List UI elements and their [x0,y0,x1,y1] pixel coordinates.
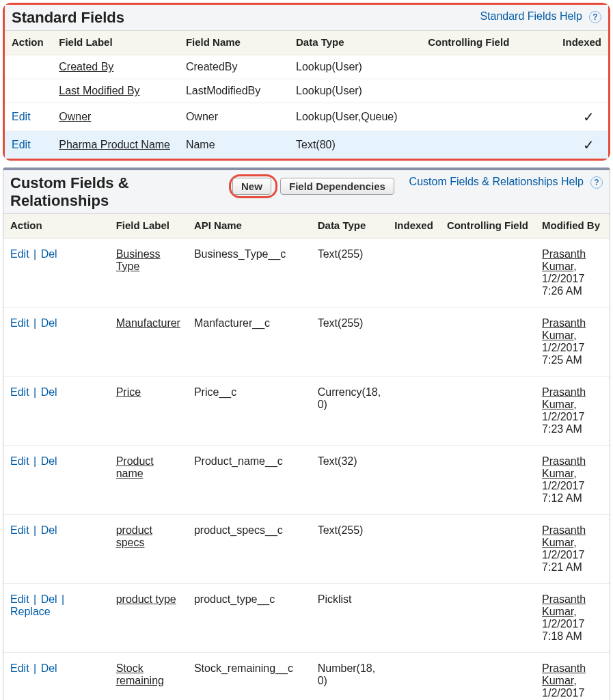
edit-link[interactable]: Edit [12,139,31,150]
modified-by-link[interactable]: Prasanth Kumar [542,455,586,479]
separator: | [29,455,41,467]
modified-by-link[interactable]: Prasanth Kumar [542,593,586,617]
data-type: Text(255) [311,307,387,376]
custom-fields-table: ActionField LabelAPI NameData TypeIndexe… [3,214,610,700]
help-icon[interactable]: ? [589,11,601,23]
del-link[interactable]: Del [41,662,57,674]
replace-link[interactable]: Replace [10,606,51,617]
data-type: Currency(18, 0) [311,376,387,445]
standard-fields-header: Standard Fields Standard Fields Help ? [5,5,608,31]
api-name: product_specs__c [187,514,311,583]
api-name: Stock_remaining__c [187,652,311,700]
modified-at: 1/2/2017 7:26 AM [542,273,584,297]
modified-at: 1/2/2017 7:23 AM [542,411,584,435]
api-name: product_type__c [187,583,311,652]
separator: | [29,248,41,260]
field-name: CreatedBy [179,55,289,79]
check-icon: ✓ [583,109,595,124]
table-row: Edit | DelBusiness TypeBusiness_Type__cT… [3,238,610,307]
controlling-field [440,307,535,376]
field-name: LastModifiedBy [179,79,289,103]
indexed [387,238,440,307]
custom-fields-help-link[interactable]: Custom Fields & Relationships Help [409,176,584,187]
del-link[interactable]: Del [41,455,57,467]
column-header: Modified By [535,214,610,239]
del-link[interactable]: Del [41,386,57,398]
column-header: Action [3,214,109,239]
column-header: Indexed [549,31,608,55]
field-label-link[interactable]: Stock remaining [116,662,164,686]
column-header: Field Label [52,31,179,55]
modified-by-link[interactable]: Prasanth Kumar [542,386,586,410]
data-type: Number(18, 0) [311,652,387,700]
data-type: Picklist [311,583,387,652]
del-link[interactable]: Del [41,248,57,260]
field-label-link[interactable]: Owner [59,111,91,122]
del-link[interactable]: Del [41,317,57,329]
standard-fields-help-link[interactable]: Standard Fields Help [480,10,582,22]
data-type: Text(255) [311,514,387,583]
field-label-link[interactable]: Pharma Product Name [59,139,170,150]
edit-link[interactable]: Edit [10,248,29,260]
edit-link[interactable]: Edit [10,386,29,398]
custom-fields-buttons: New Field Dependencies [215,174,409,198]
modified-by-link[interactable]: Prasanth Kumar [542,317,586,341]
edit-link[interactable]: Edit [10,593,29,605]
column-header: Field Name [179,31,289,55]
separator: | [29,662,41,674]
separator: | [29,524,41,536]
modified-by-link[interactable]: Prasanth Kumar [542,248,586,272]
api-name: Business_Type__c [187,238,311,307]
field-label-link[interactable]: Product name [116,455,154,479]
edit-link[interactable]: Edit [10,524,29,536]
field-label-link[interactable]: Manufacturer [116,317,180,329]
custom-fields-title: Custom Fields & Relationships [10,174,215,209]
column-header: Action [5,31,52,55]
indexed [387,652,440,700]
modified-at: 1/2/2017 7:25 AM [542,342,584,366]
column-header: API Name [187,214,311,239]
api-name: Product_name__c [187,445,311,514]
check-icon: ✓ [583,137,595,152]
edit-link[interactable]: Edit [10,317,29,329]
new-button-highlight: New [229,174,277,198]
modified-at: 1/2/2017 7:18 AM [542,618,584,642]
controlling-field [440,514,535,583]
table-row: Edit | DelProduct nameProduct_name__cTex… [3,445,610,514]
new-button[interactable]: New [232,178,271,195]
edit-link[interactable]: Edit [10,455,29,467]
column-header: Controlling Field [440,214,535,239]
field-label-link[interactable]: Last Modified By [59,85,139,96]
field-label-link[interactable]: product specs [116,524,152,548]
table-row: Last Modified ByLastModifiedByLookup(Use… [5,79,608,103]
standard-fields-panel: Standard Fields Standard Fields Help ? A… [3,3,610,161]
del-link[interactable]: Del [41,593,57,605]
del-link[interactable]: Del [41,524,57,536]
column-header: Data Type [289,31,421,55]
data-type: Text(80) [289,131,421,159]
column-header: Indexed [387,214,440,239]
separator: | [29,386,41,398]
controlling-field [440,445,535,514]
field-label-link[interactable]: product type [116,593,176,605]
column-header: Controlling Field [421,31,549,55]
field-label-link[interactable]: Price [116,386,141,398]
help-icon[interactable]: ? [590,176,603,189]
field-label-link[interactable]: Created By [59,61,113,72]
edit-link[interactable]: Edit [10,662,29,674]
indexed [387,376,440,445]
data-type: Lookup(User) [289,79,421,103]
indexed [387,445,440,514]
table-row: Edit | DelPricePrice__cCurrency(18, 0)Pr… [3,376,610,445]
column-header: Data Type [311,214,387,239]
table-row: Edit | Del | Replaceproduct typeproduct_… [3,583,610,652]
table-row: EditOwnerOwnerLookup(User,Queue)✓ [5,103,608,131]
modified-by-link[interactable]: Prasanth Kumar [542,662,586,686]
modified-by-link[interactable]: Prasanth Kumar [542,524,586,548]
edit-link[interactable]: Edit [12,111,31,122]
table-row: Edit | DelStock remainingStock_remaining… [3,652,610,700]
controlling-field [421,55,549,79]
api-name: Price__c [187,376,311,445]
field-dependencies-button[interactable]: Field Dependencies [280,178,394,195]
field-label-link[interactable]: Business Type [116,248,161,272]
